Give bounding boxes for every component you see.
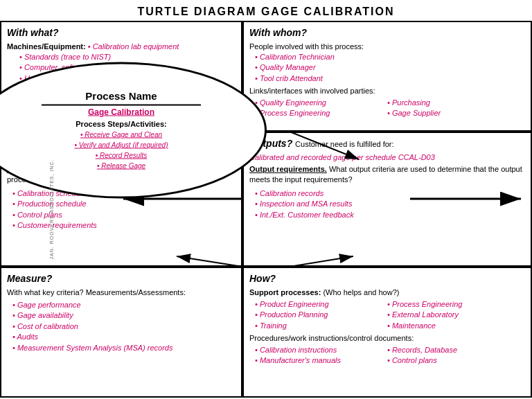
how-box: How? Support processes: (Who helps and h… (242, 267, 532, 398)
machine-item-1: • Calibration lab equipment (88, 42, 179, 51)
procedure-item-3: • Manufacturer's manuals (255, 355, 387, 366)
process-name: Process Name (85, 90, 157, 102)
step-1: • Receive Gage and Clean (80, 130, 162, 140)
output-req-label: Output requirements. (249, 165, 327, 173)
outputs-pink: Calibrated and recorded gage per schedul… (249, 152, 525, 163)
measure-item-1: • Gage performance (12, 300, 236, 310)
how-heading: How? (249, 272, 525, 286)
measure-subtext: With what key criteria? Measurements/Ass… (7, 287, 236, 298)
support-item-6: • Maintenance (387, 321, 525, 331)
input-item-2: • Production schedule (12, 199, 236, 209)
procedure-item-2: • Records, Database (387, 345, 525, 355)
support-item-5: • Training (255, 321, 387, 331)
links-item-2: • Purchasing (387, 98, 525, 108)
output-item-1: • Calibration records (255, 188, 525, 199)
output-item-3: • Int./Ext. Customer feedback (255, 210, 525, 220)
links-item-3: • Process Engineering (255, 108, 387, 118)
with-what-heading: With what? (7, 26, 236, 40)
links-label: Links/interfaces with involved parties: (249, 86, 525, 96)
machine-item-2: • Standards (trace to NIST) (19, 52, 236, 62)
procedure-item-4: • Control plans (387, 355, 525, 366)
support-item-4: • External Laboratory (387, 310, 525, 320)
measure-item-2: • Gage availability (12, 310, 236, 321)
machines-label: Machines/Equipment: (7, 42, 86, 51)
step-2: • Verify and Adjust (if required) (74, 140, 168, 150)
output-item-2: • Inspection and MSA results (255, 199, 525, 209)
side-label: JAN. ROOVERS ASSOCIATES, INC. (49, 159, 54, 260)
people-label: People involved with this process: (249, 42, 525, 52)
process-sub: Gage Calibration (88, 107, 154, 117)
main-title: TURTLE DIAGRAM GAGE CALIBRATION (0, 0, 532, 21)
outputs-sub: Customer need is fulfilled for: (295, 140, 393, 148)
support-item-3: • Production Planning (255, 310, 387, 320)
measure-box: Measure? With what key criteria? Measure… (0, 267, 242, 398)
step-3: • Record Results (96, 150, 148, 161)
with-whom-box: With whom? People involved with this pro… (242, 21, 532, 132)
input-item-4: • Customer requirements (12, 220, 236, 231)
people-item-1: • Calibration Technician (255, 52, 525, 62)
support-sub: (Who helps and how?) (323, 288, 399, 296)
support-item-1: • Product Engineering (255, 299, 387, 310)
procedures-label: Procedures/work instructions/control doc… (249, 333, 525, 344)
support-label: Support processes: (249, 288, 321, 296)
people-item-3: • Tool crib Attendant (255, 73, 525, 84)
links-item-4: • Gage Supplier (387, 108, 525, 118)
procedure-item-1: • Calibration instructions (255, 345, 387, 355)
support-item-2: • Process Engineering (387, 299, 525, 310)
steps-label: Process Steps/Activities: (76, 120, 166, 128)
input-item-3: • Control plans (12, 210, 236, 220)
people-item-2: • Quality Manager (255, 62, 525, 73)
measure-item-3: • Cost of calibration (12, 321, 236, 332)
with-whom-heading: With whom? (249, 26, 525, 40)
measure-heading: Measure? (7, 272, 236, 286)
measure-item-5: • Measurement System Analysis (MSA) reco… (12, 343, 236, 353)
outputs-box: Outputs? Customer need is fulfilled for:… (242, 132, 532, 267)
step-4: • Release Gage (97, 161, 145, 171)
measure-item-4: • Audits (12, 332, 236, 342)
links-item-1: • Quality Engineering (255, 98, 387, 108)
